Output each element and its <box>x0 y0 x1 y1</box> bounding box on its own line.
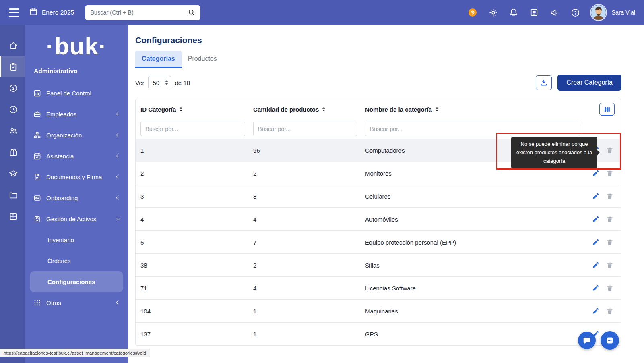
header-id[interactable]: ID Categoría <box>140 106 253 113</box>
table-row[interactable]: 38 2 Sillas <box>136 253 621 276</box>
onboarding-icon <box>33 194 41 202</box>
table-row[interactable]: 5 7 Equipo protección personal (EPP) <box>136 230 621 253</box>
topbar-actions: ? Sara Vial <box>468 5 635 20</box>
sidebar-item-documentos-y-firma[interactable]: Documentos y Firma <box>25 166 128 187</box>
cell-count: 1 <box>253 331 365 338</box>
announcements-icon[interactable] <box>550 8 559 17</box>
avatar[interactable] <box>591 5 606 20</box>
table-body: 1 96 Computadores 2 2 Monitores 3 8 Celu… <box>136 139 621 345</box>
filter-nombre-input[interactable] <box>365 122 580 136</box>
settings-icon[interactable] <box>488 8 498 17</box>
cell-name: Automóviles <box>365 216 581 223</box>
row-actions <box>581 215 619 223</box>
sidebar-item-empleados[interactable]: Empleados <box>25 104 128 124</box>
period-label: Enero 2025 <box>42 9 74 16</box>
support-fab[interactable] <box>601 331 619 350</box>
sidebar-subitem-ordenes[interactable]: Órdenes <box>25 250 128 271</box>
delete-icon[interactable] <box>606 169 614 177</box>
edit-icon[interactable] <box>591 307 599 315</box>
page-title: Configuraciones <box>135 35 621 45</box>
row-actions <box>581 192 619 200</box>
table-row[interactable]: 104 1 Maquinarias <box>136 299 621 322</box>
filter-id-input[interactable] <box>140 122 245 136</box>
sidebar-subitem-label: Inventario <box>47 236 74 243</box>
edit-icon[interactable] <box>591 215 599 223</box>
table-row[interactable]: 71 4 Licencias Software <box>136 276 621 299</box>
delete-icon[interactable] <box>606 284 614 292</box>
delete-icon[interactable] <box>606 307 614 315</box>
rail-training-icon[interactable] <box>0 163 25 184</box>
rail-archive-icon[interactable] <box>0 205 25 227</box>
table-row[interactable]: 4 4 Automóviles <box>136 207 621 230</box>
rail-assets-icon[interactable] <box>0 56 25 77</box>
cell-count: 2 <box>253 170 365 177</box>
rail-payroll-icon[interactable]: $ <box>0 77 25 99</box>
column-settings-button[interactable] <box>599 103 615 116</box>
categories-table: ID Categoría Cantidad de productos Nombr… <box>135 99 621 346</box>
sidebar-item-onboarding[interactable]: Onboarding <box>25 187 128 208</box>
search-icon[interactable] <box>183 5 200 20</box>
sidebar-item-organizacion[interactable]: Organización <box>25 124 128 145</box>
cell-name: Equipo protección personal (EPP) <box>365 239 581 246</box>
sidebar-item-asistencia[interactable]: Asistencia <box>25 145 128 166</box>
export-button[interactable] <box>536 75 552 90</box>
notifications-icon[interactable] <box>509 8 518 17</box>
rail-home-icon[interactable] <box>0 35 25 56</box>
page-size-select[interactable]: 50 <box>148 76 171 89</box>
sort-icon <box>179 106 183 112</box>
row-actions <box>581 307 619 315</box>
edit-icon[interactable] <box>591 169 599 177</box>
sidebar-menu: Panel de Control Empleados Organización <box>25 83 128 313</box>
sidebar-subitem-inventario[interactable]: Inventario <box>25 229 128 250</box>
edit-icon[interactable] <box>591 261 599 269</box>
period-selector[interactable]: Enero 2025 <box>29 7 74 18</box>
row-actions <box>581 238 619 246</box>
table-row[interactable]: 3 8 Celulares <box>136 185 621 207</box>
svg-text:?: ? <box>574 10 576 15</box>
delete-icon[interactable] <box>606 215 614 223</box>
rail-time-icon[interactable] <box>0 99 25 120</box>
edit-icon[interactable] <box>591 284 599 292</box>
calendar-icon <box>29 7 38 18</box>
cell-name: Celulares <box>365 193 581 200</box>
tab-categorias[interactable]: Categorías <box>135 51 182 68</box>
rewards-icon[interactable] <box>468 8 477 17</box>
sidebar-item-gestion-de-activos[interactable]: Gestión de Activos <box>25 208 128 229</box>
header-cantidad[interactable]: Cantidad de productos <box>253 106 365 113</box>
edit-icon[interactable] <box>591 238 599 246</box>
sidebar-item-label: Panel de Control <box>46 90 91 97</box>
table-row[interactable]: 137 1 GPS <box>136 322 621 345</box>
attendance-icon <box>33 152 41 160</box>
icon-rail: $ <box>0 25 25 363</box>
cell-count: 4 <box>253 285 365 292</box>
header-nombre[interactable]: Nombre de la categoría <box>365 106 581 113</box>
search-input[interactable] <box>85 9 183 16</box>
chevron-left-icon <box>116 300 120 305</box>
news-icon[interactable] <box>529 8 539 17</box>
filter-cantidad-input[interactable] <box>253 122 357 136</box>
rail-benefits-icon[interactable] <box>0 141 25 163</box>
menu-icon[interactable] <box>9 8 19 17</box>
svg-text:$: $ <box>12 85 14 90</box>
help-icon[interactable]: ? <box>570 8 580 17</box>
cell-name: Licencias Software <box>365 285 581 292</box>
sidebar-section-label: Administrativo <box>25 65 128 79</box>
create-category-button[interactable]: Crear Categoría <box>557 75 621 91</box>
delete-icon[interactable] <box>606 146 614 154</box>
cell-id: 104 <box>140 308 253 315</box>
sidebar-item-panel-de-control[interactable]: Panel de Control <box>25 83 128 104</box>
delete-icon[interactable] <box>606 238 614 246</box>
cell-name: Monitores <box>365 170 581 177</box>
delete-icon[interactable] <box>606 261 614 269</box>
edit-icon[interactable] <box>591 192 599 200</box>
buk-logo: ·buk· <box>25 27 128 65</box>
tab-productos[interactable]: Productos <box>182 51 223 68</box>
sidebar-subitem-configuraciones[interactable]: Configuraciones <box>30 271 123 292</box>
rail-talent-icon[interactable] <box>0 120 25 141</box>
rail-documents-icon[interactable] <box>0 184 25 205</box>
delete-icon[interactable] <box>606 192 614 200</box>
delete-disabled-tooltip: No se puede eliminar porque existen prod… <box>511 137 597 168</box>
sidebar-item-label: Otros <box>46 299 61 306</box>
chat-fab[interactable] <box>578 332 596 349</box>
sidebar-item-otros[interactable]: Otros <box>25 292 128 313</box>
